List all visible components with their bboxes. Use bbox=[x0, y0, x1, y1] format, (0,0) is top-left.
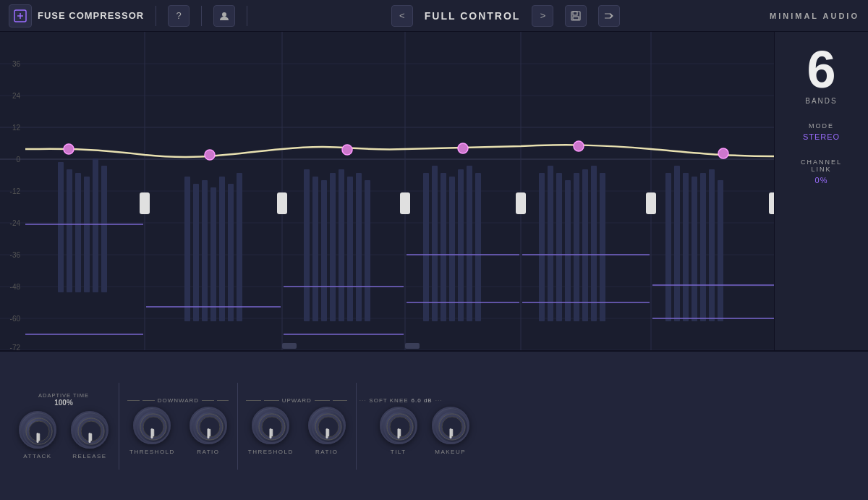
adaptive-time-label: ADAPTIVE TIME bbox=[38, 392, 89, 399]
svg-rect-40 bbox=[193, 184, 199, 321]
svg-rect-39 bbox=[184, 177, 190, 321]
divider-controls-3 bbox=[356, 383, 357, 470]
attack-label: ATTACK bbox=[23, 453, 51, 459]
svg-text:-36: -36 bbox=[10, 251, 21, 259]
channel-link-section: CHANNELLINK 0% bbox=[780, 158, 862, 185]
svg-rect-65 bbox=[574, 173, 579, 321]
svg-rect-73 bbox=[700, 173, 706, 321]
svg-rect-58 bbox=[458, 169, 464, 321]
divider-controls-2 bbox=[237, 383, 238, 470]
svg-rect-5 bbox=[573, 12, 577, 15]
svg-rect-47 bbox=[312, 177, 318, 321]
tilt-knob-wrapper: TILT bbox=[373, 407, 425, 455]
makeup-knob[interactable] bbox=[432, 407, 469, 444]
svg-rect-60 bbox=[475, 173, 481, 321]
upward-threshold-knob[interactable] bbox=[252, 407, 289, 444]
svg-rect-6 bbox=[573, 17, 579, 20]
divider-3 bbox=[247, 6, 247, 26]
downward-threshold-knob[interactable] bbox=[133, 407, 171, 444]
release-knob-wrapper: RELEASE bbox=[64, 411, 116, 459]
svg-rect-66 bbox=[582, 169, 588, 321]
main-area: 36 24 12 0 -12 -24 -36 -48 -60 -72 bbox=[0, 32, 868, 350]
svg-rect-99 bbox=[282, 343, 297, 349]
divider-1 bbox=[156, 6, 156, 26]
release-knob[interactable] bbox=[71, 411, 109, 449]
help-button[interactable]: ? bbox=[168, 5, 190, 27]
svg-rect-41 bbox=[202, 180, 208, 321]
svg-rect-59 bbox=[467, 166, 472, 321]
release-label: RELEASE bbox=[72, 453, 106, 459]
tilt-knob[interactable] bbox=[380, 407, 417, 444]
svg-rect-52 bbox=[356, 173, 362, 321]
svg-rect-54 bbox=[423, 173, 429, 321]
svg-rect-89 bbox=[400, 192, 410, 214]
channel-link-value[interactable]: 0% bbox=[780, 176, 862, 185]
svg-text:-72: -72 bbox=[10, 344, 21, 350]
divider-controls-1 bbox=[119, 383, 119, 470]
top-bar-left: FUSE COMPRESSOR ? bbox=[9, 4, 253, 27]
upward-group: UPWARD THRESHOLD bbox=[241, 397, 353, 455]
svg-text:-60: -60 bbox=[10, 315, 21, 323]
svg-rect-53 bbox=[365, 180, 370, 321]
svg-rect-64 bbox=[565, 180, 571, 321]
svg-rect-34 bbox=[67, 169, 72, 292]
upward-threshold-wrapper: THRESHOLD bbox=[241, 407, 301, 455]
downward-ratio-knob[interactable] bbox=[190, 407, 227, 444]
downward-group: DOWNWARD THRESHOLD bbox=[122, 397, 234, 455]
svg-rect-62 bbox=[548, 166, 553, 321]
svg-text:0: 0 bbox=[16, 156, 20, 164]
channel-link-title: CHANNELLINK bbox=[780, 158, 862, 173]
adaptive-time-value: 100% bbox=[54, 399, 73, 407]
svg-rect-90 bbox=[516, 192, 526, 214]
viz-svg: 36 24 12 0 -12 -24 -36 -48 -60 -72 bbox=[0, 32, 774, 350]
svg-rect-33 bbox=[58, 162, 64, 292]
mode-value[interactable]: STEREO bbox=[780, 132, 862, 141]
svg-rect-51 bbox=[347, 177, 353, 321]
downward-ratio-label: RATIO bbox=[197, 449, 219, 455]
plugin-name: FUSE COMPRESSOR bbox=[38, 10, 144, 21]
svg-point-96 bbox=[458, 143, 468, 153]
svg-text:12: 12 bbox=[12, 124, 21, 132]
user-button[interactable] bbox=[213, 5, 235, 27]
upward-threshold-label: THRESHOLD bbox=[248, 449, 294, 455]
svg-text:36: 36 bbox=[12, 60, 21, 68]
svg-rect-70 bbox=[674, 166, 680, 321]
svg-rect-45 bbox=[237, 173, 242, 321]
svg-rect-36 bbox=[84, 177, 90, 292]
svg-rect-92 bbox=[769, 192, 774, 214]
svg-text:-24: -24 bbox=[10, 219, 21, 227]
svg-rect-55 bbox=[432, 166, 438, 321]
svg-rect-63 bbox=[556, 173, 562, 321]
controls-area: ADAPTIVE TIME 100% ATTACK bbox=[0, 350, 868, 500]
svg-rect-71 bbox=[683, 173, 689, 321]
downward-threshold-label: THRESHOLD bbox=[129, 449, 175, 455]
prev-preset-button[interactable]: < bbox=[391, 5, 413, 27]
svg-point-97 bbox=[574, 141, 584, 151]
upward-ratio-wrapper: RATIO bbox=[301, 407, 353, 455]
soft-knee-label: SOFT KNEE bbox=[369, 397, 408, 404]
right-controls-group: ··· SOFT KNEE 6.0 dB ··· TILT bbox=[359, 397, 490, 455]
bands-display: 6 BANDS bbox=[805, 43, 837, 105]
save-button[interactable] bbox=[565, 5, 587, 27]
upward-ratio-knob[interactable] bbox=[308, 407, 346, 444]
attack-knob[interactable] bbox=[19, 411, 56, 449]
svg-text:24: 24 bbox=[12, 92, 21, 100]
svg-rect-50 bbox=[339, 169, 344, 321]
svg-rect-43 bbox=[219, 177, 225, 321]
preset-name: FULL CONTROL bbox=[425, 10, 521, 22]
svg-rect-68 bbox=[600, 173, 605, 321]
svg-rect-42 bbox=[210, 187, 216, 321]
makeup-label: MAKEUP bbox=[435, 449, 466, 455]
svg-rect-87 bbox=[140, 192, 150, 214]
visualizer[interactable]: 36 24 12 0 -12 -24 -36 -48 -60 -72 bbox=[0, 32, 774, 350]
brand-name: MINIMAL AUDIO bbox=[770, 12, 859, 20]
next-preset-button[interactable]: > bbox=[532, 5, 553, 27]
shuffle-button[interactable] bbox=[598, 5, 620, 27]
adaptive-time-group: ADAPTIVE TIME 100% ATTACK bbox=[12, 392, 116, 459]
top-center: < FULL CONTROL > bbox=[253, 5, 758, 27]
svg-point-93 bbox=[64, 144, 74, 154]
svg-text:-12: -12 bbox=[10, 187, 21, 195]
right-panel: 6 BANDS MODE STEREO CHANNELLINK 0% bbox=[774, 32, 868, 350]
svg-point-95 bbox=[342, 145, 352, 155]
svg-rect-88 bbox=[277, 192, 287, 214]
